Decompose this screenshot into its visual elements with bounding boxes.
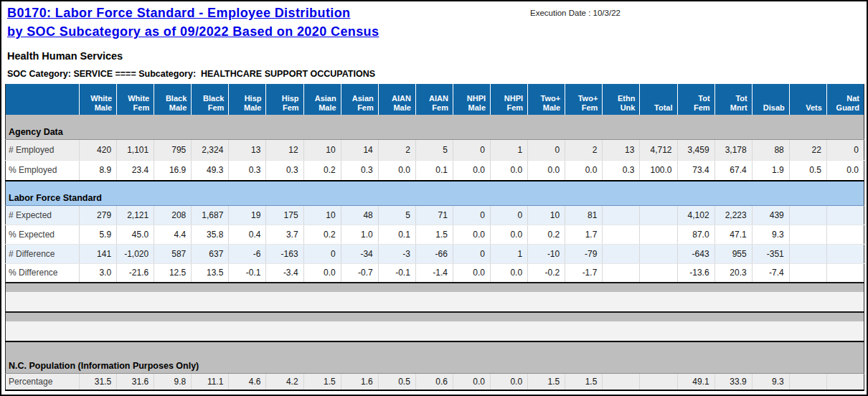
column-header-line2: Male: [379, 103, 411, 113]
column-header-hisp-fem: HispFem: [266, 84, 303, 115]
data-cell: 0.2: [303, 160, 341, 181]
data-cell: 1.7: [565, 225, 603, 244]
data-cell: -1,020: [117, 244, 154, 263]
table-row-employed: % Employed8.923.416.949.30.30.30.20.30.0…: [6, 160, 864, 181]
column-header-black-male: BlackMale: [154, 84, 192, 115]
data-cell: 2: [378, 139, 415, 160]
data-cell: 4.4: [154, 225, 192, 244]
data-cell: [603, 263, 640, 283]
data-cell: 9.3: [752, 373, 789, 390]
column-header-line2: Fem: [565, 103, 598, 113]
column-header-line1: NHPI: [453, 94, 486, 103]
data-cell: 1: [491, 244, 528, 263]
data-cell: 0.0: [453, 160, 490, 181]
row-label: # Difference: [6, 244, 80, 263]
data-cell: 14: [341, 139, 378, 160]
report-title-line-1[interactable]: B0170: Labor Force Standard - Employee D…: [7, 4, 379, 22]
data-cell: 12: [266, 139, 303, 160]
data-cell: 1.5: [565, 373, 603, 390]
data-cell: 1.0: [341, 225, 378, 244]
data-cell: 0.0: [491, 160, 528, 181]
column-header-line2: Guard: [827, 103, 859, 113]
column-header-line2: Fem: [491, 103, 523, 113]
column-header-line2: Vets: [790, 103, 822, 113]
data-cell: 175: [266, 205, 303, 225]
data-cell: 2,121: [117, 205, 154, 225]
data-cell: 4,102: [677, 205, 714, 225]
data-cell: -34: [341, 244, 378, 263]
data-cell: 0.0: [565, 160, 603, 181]
column-header-line1: AIAN: [416, 94, 448, 103]
data-cell: 2,223: [714, 205, 752, 225]
column-header-tot-fem: TotFem: [677, 84, 714, 115]
data-cell: 587: [154, 244, 192, 263]
data-cell: -7.4: [752, 263, 789, 283]
report-title-line-2[interactable]: by SOC Subcategory as of 09/2022 Based o…: [7, 22, 379, 41]
spacer-1-blank-cell: [6, 292, 864, 312]
data-cell: [640, 225, 677, 244]
column-header-two+-fem: Two+Fem: [565, 84, 603, 115]
data-cell: 0.5: [789, 160, 826, 181]
spacer-2-band-cell: [6, 312, 864, 321]
data-cell: 0.3: [266, 160, 303, 181]
report-title[interactable]: B0170: Labor Force Standard - Employee D…: [7, 4, 379, 41]
data-cell: 0.0: [303, 263, 341, 283]
column-header-line1: Black: [192, 94, 224, 103]
column-header-two+-male: Two+Male: [528, 84, 565, 115]
section-header-nc-population-cell: N.C. Population (Information Purposes On…: [6, 341, 864, 373]
column-header-line2: Mnrt: [715, 103, 747, 113]
data-cell: -13.6: [677, 263, 714, 283]
data-cell: -351: [752, 244, 789, 263]
spacer-1-blank: [6, 292, 864, 312]
data-cell: [603, 205, 640, 225]
data-cell: 31.6: [117, 373, 154, 390]
data-cell: 10: [303, 139, 341, 160]
header-row: WhiteMaleWhiteFemBlackMaleBlackFemHispMa…: [6, 84, 864, 115]
data-cell: 8.9: [80, 160, 117, 181]
column-header-line2: Fem: [678, 103, 710, 113]
data-cell: [789, 205, 826, 225]
data-cell: 19: [229, 205, 266, 225]
data-cell: [603, 373, 640, 390]
column-header-line2: Male: [154, 103, 187, 113]
table-body: Agency Data# Employed4201,1017952,324131…: [6, 115, 864, 390]
column-header-disab: Disab: [752, 84, 789, 115]
data-cell: [640, 244, 677, 263]
data-cell: 3.0: [80, 263, 117, 283]
column-header-line2: Male: [453, 103, 486, 113]
data-cell: 2: [565, 139, 603, 160]
soc-category-line: SOC Category: SERVICE ==== Subcategory: …: [7, 69, 375, 79]
section-header-agency-data-cell: Agency Data: [6, 115, 864, 139]
data-cell: 49.1: [677, 373, 714, 390]
data-cell: 20.3: [714, 263, 752, 283]
data-cell: -3.4: [266, 263, 303, 283]
data-cell: 0.3: [229, 160, 266, 181]
column-header-nat-guard: NatGuard: [826, 84, 864, 115]
data-cell: -1.7: [565, 263, 603, 283]
data-cell: 13: [229, 139, 266, 160]
column-header-ethn-unk: EthnUnk: [603, 84, 640, 115]
data-cell: 3,459: [677, 139, 714, 160]
data-cell: 88: [752, 139, 789, 160]
column-header-line1: Ethn: [603, 94, 635, 103]
data-cell: 10: [528, 205, 565, 225]
data-cell: 1: [491, 139, 528, 160]
data-cell: [826, 225, 864, 244]
spacer-2-blank-cell: [6, 321, 864, 341]
column-header-asian-fem: AsianFem: [341, 84, 378, 115]
data-cell: -10: [528, 244, 565, 263]
data-cell: 31.5: [80, 373, 117, 390]
data-cell: 279: [80, 205, 117, 225]
column-header-nhpi-fem: NHPIFem: [491, 84, 528, 115]
table-header: WhiteMaleWhiteFemBlackMaleBlackFemHispMa…: [6, 84, 864, 115]
data-cell: 9.3: [752, 225, 789, 244]
data-cell: -0.1: [378, 263, 415, 283]
data-cell: 1.9: [752, 160, 789, 181]
data-cell: -21.6: [117, 263, 154, 283]
column-header-line1: AIAN: [379, 94, 411, 103]
data-cell: 13: [603, 139, 640, 160]
table-row-employed: # Employed4201,1017952,32413121014250102…: [6, 139, 864, 160]
column-header-line1: NHPI: [491, 94, 523, 103]
column-header-black-fem: BlackFem: [192, 84, 229, 115]
column-header-line1: Tot: [715, 94, 747, 103]
